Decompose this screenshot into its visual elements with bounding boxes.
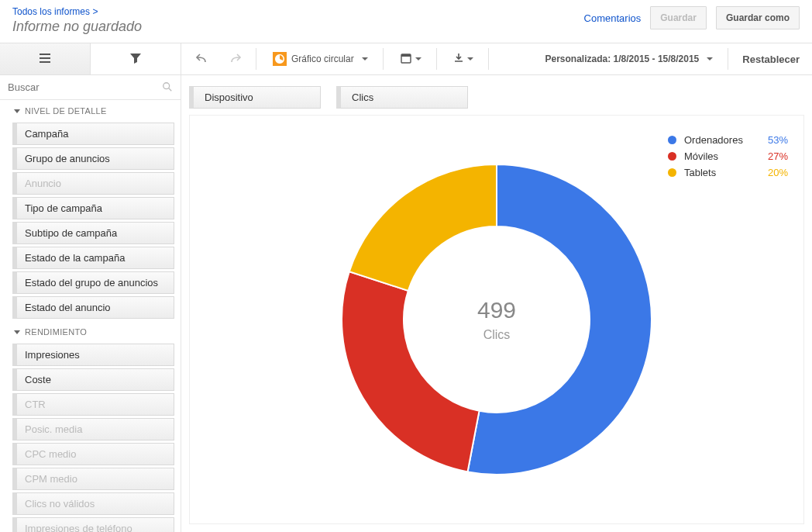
chevron-down-icon: [362, 57, 368, 60]
field-pill: Clics no válidos: [12, 492, 174, 515]
sidebar-tab-filter[interactable]: [91, 43, 181, 74]
field-pill[interactable]: Campaña: [12, 123, 174, 145]
svg-point-5: [163, 83, 170, 89]
legend-pct: 27%: [762, 150, 788, 162]
svg-rect-1: [40, 57, 50, 59]
legend-row: Móviles27%: [668, 150, 788, 162]
chevron-down-icon: [415, 57, 421, 60]
list-icon: [39, 52, 51, 67]
field-pill[interactable]: Estado del anuncio: [12, 296, 174, 319]
section-header[interactable]: NIVEL DE DETALLE: [0, 100, 181, 120]
legend-pct: 20%: [762, 167, 788, 178]
date-range-label: Personalizada: 1/8/2015 - 15/8/2015: [545, 54, 699, 64]
chevron-down-icon: [467, 57, 473, 60]
download-icon: [453, 53, 464, 66]
svg-rect-4: [401, 54, 411, 57]
date-picker-button[interactable]: [391, 48, 430, 70]
donut-center-value: 499: [477, 297, 516, 323]
legend-pct: 53%: [762, 134, 788, 146]
field-pill[interactable]: Estado del grupo de anuncios: [12, 271, 174, 294]
legend-label: Móviles: [684, 150, 754, 162]
redo-button[interactable]: [222, 48, 249, 70]
field-pill: Anuncio: [12, 172, 174, 195]
donut-slice: [349, 164, 497, 291]
field-pill: CTR: [12, 393, 174, 416]
filter-icon: [129, 52, 142, 67]
donut-center-label: Clics: [477, 328, 516, 342]
section-title: NIVEL DE DETALLE: [25, 106, 107, 116]
breadcrumb-all-reports[interactable]: Todos los informes >: [12, 6, 142, 17]
comments-link[interactable]: Comentarios: [584, 12, 642, 24]
svg-line-6: [169, 88, 172, 92]
drop-metric[interactable]: Clics: [336, 86, 468, 109]
chart-type-label: Gráfico circular: [291, 54, 354, 64]
legend-row: Ordenadores53%: [668, 134, 788, 146]
legend-swatch: [668, 152, 676, 161]
legend-row: Tablets20%: [668, 167, 788, 178]
field-pill[interactable]: Impresiones: [12, 344, 174, 366]
save-as-button[interactable]: Guardar como: [716, 6, 800, 29]
field-pill[interactable]: Tipo de campaña: [12, 197, 174, 219]
svg-rect-2: [40, 61, 50, 63]
save-button: Guardar: [650, 6, 707, 29]
search-icon: [162, 81, 173, 92]
calendar-icon: [400, 52, 412, 67]
donut-slice: [342, 271, 480, 472]
legend-label: Ordenadores: [684, 134, 754, 146]
drop-dimension[interactable]: Dispositivo: [189, 86, 321, 109]
field-pill[interactable]: Subtipo de campaña: [12, 222, 174, 244]
section-header[interactable]: RENDIMIENTO: [0, 321, 181, 341]
search-input[interactable]: [0, 75, 181, 99]
date-range-selector[interactable]: Personalizada: 1/8/2015 - 15/8/2015: [536, 48, 721, 70]
field-pill: Posic. media: [12, 418, 174, 440]
chart-type-selector[interactable]: Gráfico circular: [264, 48, 377, 70]
undo-icon: [195, 52, 208, 67]
svg-rect-0: [40, 54, 50, 55]
field-pill[interactable]: Grupo de anuncios: [12, 147, 174, 170]
reset-button[interactable]: Restablecer: [730, 54, 812, 65]
donut-chart: 499 Clics: [326, 149, 667, 490]
field-pill: CPM medio: [12, 468, 174, 490]
redo-icon: [229, 52, 242, 67]
download-button[interactable]: [445, 48, 482, 70]
field-pill[interactable]: Estado de la campaña: [12, 247, 174, 269]
undo-button[interactable]: [188, 48, 215, 70]
section-title: RENDIMIENTO: [25, 327, 87, 337]
field-pill: CPC medio: [12, 443, 174, 465]
legend-swatch: [668, 136, 676, 144]
report-title: Informe no guardado: [12, 19, 142, 35]
pie-chart-icon: [273, 52, 287, 66]
chevron-down-icon: [707, 57, 713, 60]
legend-label: Tablets: [684, 167, 754, 178]
chevron-down-icon: [14, 330, 20, 334]
field-pill[interactable]: Coste: [12, 368, 174, 391]
legend-swatch: [668, 168, 676, 177]
chevron-down-icon: [14, 109, 20, 113]
field-pill: Impresiones de teléfono: [12, 517, 174, 532]
sidebar-tab-list[interactable]: [0, 43, 91, 74]
